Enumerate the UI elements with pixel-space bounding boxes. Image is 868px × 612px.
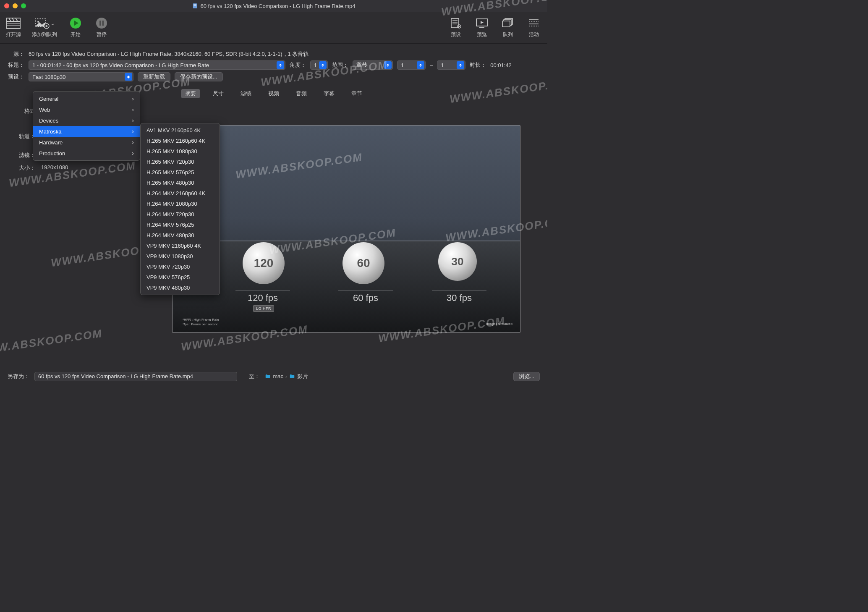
size-value: 1920x1080 — [41, 164, 68, 172]
add-picture-icon — [34, 17, 50, 29]
angle-select[interactable]: 1 — [310, 60, 328, 70]
menu-item-matroska[interactable]: Matroska› — [33, 126, 140, 137]
svg-rect-29 — [502, 21, 510, 27]
tab-audio[interactable]: 音频 — [292, 89, 311, 98]
source-label: 源： — [8, 50, 24, 58]
window-title: 60 fps vs 120 fps Video Comparison - LG … — [201, 3, 356, 9]
monitor-play-icon — [476, 18, 488, 29]
submenu-item[interactable]: VP9 MKV 2160p60 4K — [141, 241, 220, 251]
submenu-item[interactable]: H.264 MKV 480p30 — [141, 230, 220, 241]
svg-rect-0 — [193, 3, 197, 8]
submenu-item[interactable]: H.264 MKV 576p25 — [141, 220, 220, 230]
tab-video[interactable]: 视频 — [264, 89, 283, 98]
start-button[interactable]: 开始 — [68, 17, 83, 38]
clapperboard-icon — [6, 17, 21, 29]
submenu-item[interactable]: H.265 MKV 480p30 — [141, 178, 220, 188]
add-to-queue-button[interactable]: ⌄ 添加到队列 — [32, 17, 57, 38]
tab-filters[interactable]: 滤镜 — [236, 89, 256, 98]
svg-rect-3 — [7, 21, 20, 29]
title-label: 标题： — [8, 61, 24, 69]
fps-label-60: 60 fps — [338, 293, 393, 303]
activity-button[interactable]: 活动 — [526, 17, 541, 38]
preset-select[interactable]: Fast 1080p30 — [29, 72, 133, 81]
presets-button[interactable]: 预设 — [448, 17, 463, 38]
submenu-item[interactable]: H.265 MKV 576p25 — [141, 167, 220, 178]
close-button[interactable] — [4, 3, 9, 8]
reload-preset-button[interactable]: 重新加载 — [138, 72, 170, 81]
submenu-item[interactable]: H.264 MKV 2160p60 4K — [141, 188, 220, 199]
chevron-right-icon: › — [285, 374, 287, 379]
open-source-button[interactable]: 打开源 — [6, 17, 21, 38]
folder-icon — [289, 374, 295, 379]
preview-legend: *HFR : High Frame Rate*fps : Frame per s… — [183, 318, 219, 327]
play-icon — [69, 17, 82, 29]
duration-label: 时长： — [470, 61, 486, 69]
chevron-right-icon: › — [132, 95, 134, 102]
svg-point-11 — [37, 21, 39, 23]
toolbar: 打开源 ⌄ 添加到队列 开始 暂停 预设 预览 队列 — [0, 12, 547, 44]
tab-chapters[interactable]: 章节 — [347, 89, 366, 98]
menu-item-production[interactable]: Production› — [33, 148, 140, 159]
submenu-item[interactable]: VP9 MKV 576p25 — [141, 272, 220, 282]
maximize-button[interactable] — [21, 3, 26, 8]
angle-label: 角度： — [290, 61, 306, 69]
svg-rect-2 — [194, 5, 196, 6]
range-type-select[interactable]: 章节 — [353, 60, 393, 70]
svg-line-7 — [16, 18, 18, 21]
range-dash: – — [430, 62, 433, 68]
submenu-item[interactable]: H.264 MKV 720p30 — [141, 209, 220, 220]
chevron-right-icon: › — [132, 139, 134, 146]
activity-list-icon — [528, 18, 540, 29]
chevron-right-icon: › — [132, 150, 134, 157]
tab-summary[interactable]: 摘要 — [181, 89, 200, 98]
pause-button[interactable]: 暂停 — [94, 17, 109, 38]
preview-area: 120 60 30 120 fps 60 fps 30 fps LG HFR *… — [172, 125, 520, 333]
title-select[interactable]: 1 - 00:01:42 - 60 fps vs 120 fps Video C… — [29, 60, 285, 70]
range-to-select[interactable]: 1 — [437, 60, 465, 70]
pause-icon — [95, 17, 108, 29]
range-label: 范围： — [332, 61, 348, 69]
window-controls — [4, 3, 26, 8]
preview-button[interactable]: 预览 — [474, 17, 489, 38]
range-from-select[interactable]: 1 — [397, 60, 426, 70]
folder-icon — [265, 374, 271, 379]
source-text: 60 fps vs 120 fps Video Comparison - LG … — [29, 50, 309, 58]
chevron-right-icon: › — [132, 128, 134, 135]
menu-item-hardware[interactable]: Hardware› — [33, 137, 140, 148]
stack-icon — [502, 18, 514, 29]
submenu-item[interactable]: H.265 MKV 720p30 — [141, 157, 220, 167]
submenu-item[interactable]: AV1 MKV 2160p60 4K — [141, 125, 220, 136]
chevron-down-icon[interactable]: ⌄ — [50, 17, 55, 29]
titlebar: 60 fps vs 120 fps Video Comparison - LG … — [0, 0, 547, 12]
tab-dimensions[interactable]: 尺寸 — [209, 89, 228, 98]
minimize-button[interactable] — [13, 3, 18, 8]
tab-subtitles[interactable]: 字幕 — [319, 89, 339, 98]
bottom-bar: 另存为： 60 fps vs 120 fps Video Comparison … — [0, 367, 547, 385]
submenu-item[interactable]: H.265 MKV 2160p60 4K — [141, 136, 220, 146]
preset-submenu-matroska: AV1 MKV 2160p60 4KH.265 MKV 2160p60 4KH.… — [140, 123, 220, 295]
browse-button[interactable]: 浏览... — [513, 372, 540, 381]
preview-ball-120: 120 — [243, 242, 285, 284]
watermark: WWW.ABSKOOP.COM — [0, 327, 103, 358]
preset-category-menu: General› Web› Devices› Matroska› Hardwar… — [33, 91, 140, 161]
submenu-item[interactable]: VP9 MKV 1080p30 — [141, 251, 220, 262]
preview-ball-30: 30 — [438, 242, 477, 281]
submenu-item[interactable]: VP9 MKV 720p30 — [141, 262, 220, 272]
queue-button[interactable]: 队列 — [500, 17, 515, 38]
output-filename-input[interactable]: 60 fps vs 120 fps Video Comparison - LG … — [34, 372, 237, 381]
duration-value: 00:01:42 — [490, 62, 512, 68]
presets-icon — [450, 18, 462, 29]
menu-item-devices[interactable]: Devices› — [33, 115, 140, 126]
save-preset-button[interactable]: 保存新的预设... — [175, 72, 223, 81]
menu-item-general[interactable]: General› — [33, 93, 140, 104]
svg-point-24 — [459, 26, 460, 27]
submenu-item[interactable]: H.264 MKV 1080p30 — [141, 199, 220, 209]
destination-breadcrumb[interactable]: mac › 影片 — [265, 373, 308, 380]
save-as-label: 另存为： — [8, 373, 29, 380]
svg-line-6 — [12, 18, 14, 21]
lg-hfr-badge: LG HFR — [253, 305, 274, 312]
submenu-item[interactable]: VP9 MKV 480p30 — [141, 282, 220, 293]
submenu-item[interactable]: H.265 MKV 1080p30 — [141, 146, 220, 157]
menu-item-web[interactable]: Web› — [33, 104, 140, 115]
svg-rect-1 — [194, 5, 196, 5]
